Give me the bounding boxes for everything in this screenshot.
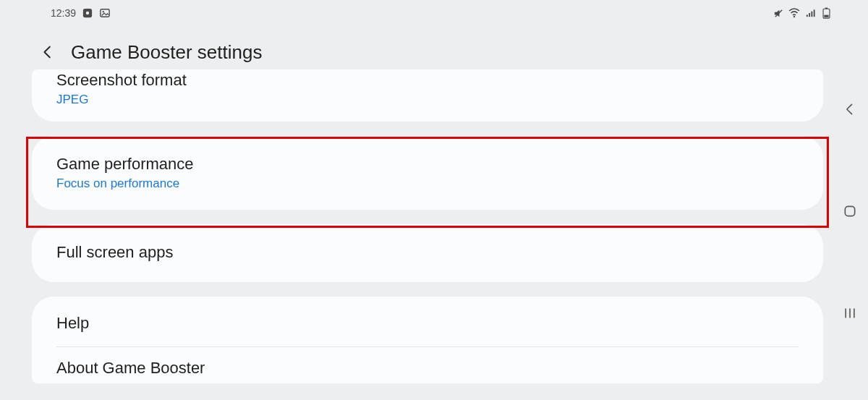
page-title: Game Booster settings: [71, 41, 262, 64]
wifi-icon: [788, 7, 800, 19]
setting-value: Focus on performance: [56, 176, 799, 191]
svg-rect-2: [101, 9, 109, 17]
rounded-square-icon: [843, 204, 857, 218]
status-bar: 12:39: [0, 4, 868, 22]
page-header: Game Booster settings: [38, 36, 825, 68]
setting-group-info: Help About Game Booster: [32, 297, 823, 383]
setting-item-game-performance[interactable]: Game performance Focus on performance: [32, 136, 823, 210]
setting-item-help[interactable]: Help: [56, 312, 799, 334]
svg-point-3: [103, 11, 104, 12]
svg-rect-12: [824, 15, 828, 17]
back-button[interactable]: [38, 42, 58, 62]
svg-rect-6: [806, 14, 807, 17]
three-bars-icon: [843, 306, 857, 320]
svg-rect-13: [845, 206, 854, 216]
svg-rect-9: [813, 9, 814, 17]
nav-home-button[interactable]: [840, 201, 860, 221]
setting-item-about[interactable]: About Game Booster: [56, 357, 799, 379]
svg-point-1: [86, 12, 89, 14]
divider: [56, 346, 799, 347]
mute-icon: [773, 7, 784, 19]
setting-value: JPEG: [56, 93, 799, 107]
settings-list: Screenshot format JPEG Game performance …: [32, 69, 823, 398]
chevron-left-icon: [843, 102, 857, 116]
gallery-glyph-icon: [99, 7, 111, 19]
svg-rect-11: [825, 7, 827, 9]
status-time: 12:39: [51, 7, 76, 19]
nav-back-button[interactable]: [840, 99, 860, 119]
system-nav-bar: [835, 0, 865, 400]
signal-icon: [804, 7, 816, 19]
setting-title: Full screen apps: [56, 242, 799, 263]
setting-title: Screenshot format: [56, 72, 799, 89]
battery-icon: [820, 7, 832, 19]
setting-title: Game performance: [56, 153, 799, 175]
svg-rect-8: [811, 11, 812, 17]
svg-point-5: [793, 16, 795, 17]
svg-rect-7: [809, 13, 810, 17]
nav-recents-button[interactable]: [840, 303, 860, 323]
setting-item-full-screen-apps[interactable]: Full screen apps: [32, 224, 823, 282]
setting-item-screenshot-format[interactable]: Screenshot format JPEG: [32, 69, 823, 122]
settings-glyph-icon: [82, 7, 93, 19]
chevron-left-icon: [40, 44, 56, 60]
